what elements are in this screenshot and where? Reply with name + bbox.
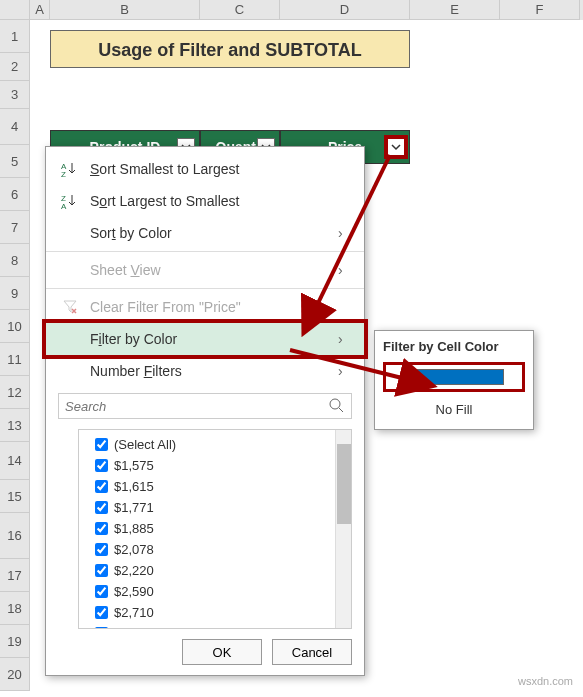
sort-ascending[interactable]: AZ Sort Smallest to Largest [46,153,364,185]
chevron-right-icon: › [338,331,354,347]
checkbox[interactable] [95,627,108,629]
checkbox[interactable] [95,501,108,514]
check-label: $2,890 [114,626,154,629]
checkbox[interactable] [95,480,108,493]
menu-label: Sort Largest to Smallest [90,193,354,209]
checkbox[interactable] [95,438,108,451]
separator [46,251,364,252]
no-fill-option[interactable]: No Fill [383,398,525,421]
checkbox[interactable] [95,564,108,577]
select-all-corner[interactable] [0,0,30,20]
col-header-D[interactable]: D [280,0,410,20]
col-header-F[interactable]: F [500,0,580,20]
sort-descending[interactable]: ZA Sort Largest to Smallest [46,185,364,217]
check-select-all[interactable]: (Select All) [83,434,347,455]
svg-text:A: A [61,202,67,209]
filter-checklist[interactable]: (Select All) $1,575 $1,615 $1,771 $1,885… [78,429,352,629]
checkbox[interactable] [95,585,108,598]
check-item[interactable]: $1,885 [83,518,347,539]
row-headers: 1 2 3 4 5 6 7 8 9 10 11 12 13 14 15 16 1… [0,20,30,691]
scrollbar[interactable] [335,430,351,628]
check-label: $1,771 [114,500,154,515]
check-item[interactable]: $2,220 [83,560,347,581]
menu-label: Number Filters [90,363,338,379]
check-label: $1,615 [114,479,154,494]
color-swatch [404,369,504,385]
blank-icon [58,329,82,349]
filter-dropdown: AZ Sort Smallest to Largest ZA Sort Larg… [45,146,365,676]
blank-icon [58,260,82,280]
menu-label: Sort by Color [90,225,338,241]
row-header[interactable]: 12 [0,376,30,409]
check-item[interactable]: $1,771 [83,497,347,518]
checkbox[interactable] [95,606,108,619]
chevron-right-icon: › [338,262,354,278]
checkbox[interactable] [95,459,108,472]
row-header[interactable]: 13 [0,409,30,442]
search-row [46,387,364,425]
check-label: (Select All) [114,437,176,452]
row-header[interactable]: 8 [0,244,30,277]
menu-label: Sheet View [90,262,338,278]
number-filters[interactable]: Number Filters › [46,355,364,387]
search-icon [328,397,344,416]
check-item[interactable]: $1,615 [83,476,347,497]
check-item[interactable]: $1,575 [83,455,347,476]
row-header[interactable]: 15 [0,480,30,513]
page-title: Usage of Filter and SUBTOTAL [50,30,410,68]
row-header[interactable]: 4 [0,109,30,145]
search-input[interactable] [58,393,352,419]
row-header[interactable]: 10 [0,310,30,343]
chevron-right-icon: › [338,363,354,379]
check-label: $1,575 [114,458,154,473]
row-header[interactable]: 18 [0,592,30,625]
checkbox[interactable] [95,522,108,535]
check-label: $1,885 [114,521,154,536]
row-header[interactable]: 16 [0,513,30,559]
row-header[interactable]: 6 [0,178,30,211]
check-label: $2,078 [114,542,154,557]
filter-by-color[interactable]: Filter by Color › [46,323,364,355]
checkbox[interactable] [95,543,108,556]
clear-filter-icon [58,297,82,317]
col-header-B[interactable]: B [50,0,200,20]
menu-label: Clear Filter From "Price" [90,299,354,315]
menu-label: Sort Smallest to Largest [90,161,354,177]
row-header[interactable]: 17 [0,559,30,592]
col-header-E[interactable]: E [410,0,500,20]
row-header[interactable]: 20 [0,658,30,691]
filter-button-price[interactable] [387,138,405,156]
check-item[interactable]: $2,710 [83,602,347,623]
check-item[interactable]: $2,890 [83,623,347,629]
col-header-A[interactable]: A [30,0,50,20]
check-item[interactable]: $2,590 [83,581,347,602]
watermark: wsxdn.com [518,675,573,687]
column-headers: A B C D E F [0,0,583,20]
row-header[interactable]: 5 [0,145,30,178]
cancel-button[interactable]: Cancel [272,639,352,665]
check-item[interactable]: $2,078 [83,539,347,560]
blank-icon [58,361,82,381]
sheet-view: Sheet View › [46,254,364,286]
row-header[interactable]: 14 [0,442,30,480]
row-header[interactable]: 3 [0,81,30,109]
ok-button[interactable]: OK [182,639,262,665]
submenu-title: Filter by Cell Color [383,339,525,354]
color-option-blue[interactable] [383,362,525,392]
sort-asc-icon: AZ [58,159,82,179]
col-header-C[interactable]: C [200,0,280,20]
sort-by-color[interactable]: Sort by Color › [46,217,364,249]
check-label: $2,590 [114,584,154,599]
row-header[interactable]: 2 [0,53,30,81]
row-header[interactable]: 19 [0,625,30,658]
row-header[interactable]: 1 [0,20,30,53]
check-label: $2,710 [114,605,154,620]
svg-text:Z: Z [61,170,66,177]
chevron-right-icon: › [338,225,354,241]
row-header[interactable]: 11 [0,343,30,376]
scroll-thumb[interactable] [337,444,351,524]
filter-by-color-submenu: Filter by Cell Color No Fill [374,330,534,430]
row-header[interactable]: 7 [0,211,30,244]
blank-icon [58,223,82,243]
row-header[interactable]: 9 [0,277,30,310]
